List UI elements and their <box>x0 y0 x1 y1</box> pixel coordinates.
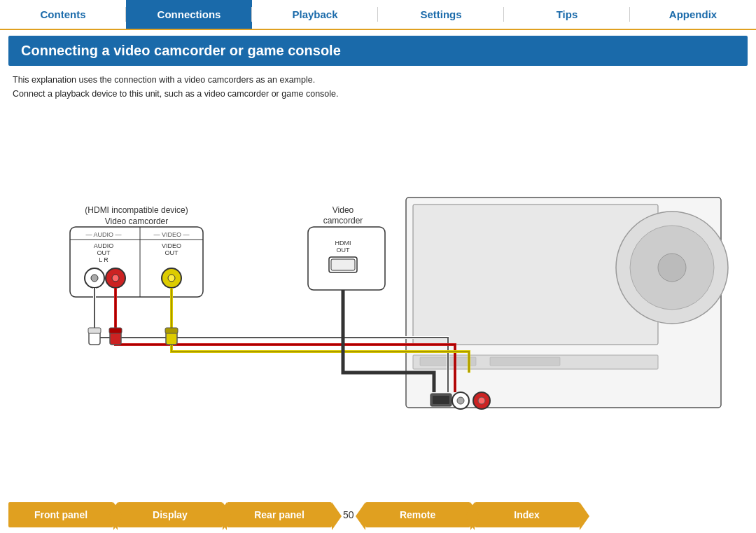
connector-audio-right-inner <box>112 275 119 282</box>
btn-display[interactable]: Display <box>118 502 223 527</box>
plug-yellow-1-head <box>165 328 178 333</box>
label-lr: L R <box>99 256 108 263</box>
page-description: This explanation uses the connection wit… <box>0 70 756 106</box>
tab-contents[interactable]: Contents <box>0 0 126 29</box>
tab-tips[interactable]: Tips <box>504 0 630 29</box>
btn-index[interactable]: Index <box>475 502 580 527</box>
label-audio-header: — AUDIO — <box>85 231 121 238</box>
main-connector-1-inner <box>457 397 464 404</box>
connector-video-inner <box>168 275 175 282</box>
label-hdmi-incompatible: (HDMI incompatible device) <box>85 205 188 215</box>
connector-audio-left-inner <box>91 275 98 282</box>
cable-audio-white-bg <box>94 288 448 392</box>
connection-diagram: (HDMI incompatible device) Video camcord… <box>0 106 756 415</box>
tab-connections[interactable]: Connections <box>126 0 252 29</box>
label-video-camcorder-left: Video camcorder <box>105 216 169 226</box>
speaker-center <box>658 254 686 282</box>
label-out-left: OUT <box>97 249 111 256</box>
label-video-out2: OUT <box>165 249 179 256</box>
diagram-area: (HDMI incompatible device) Video camcord… <box>0 106 756 415</box>
page-title: Connecting a video camcorder or game con… <box>8 36 748 66</box>
label-video-out: VIDEO <box>162 242 181 249</box>
top-navigation: Contents Connections Playback Settings T… <box>0 0 756 30</box>
label-hdmi: HDMI <box>335 240 351 247</box>
label-video-camcorder-right-1: Video <box>332 205 354 215</box>
btn-rear-panel[interactable]: Rear panel <box>227 502 332 527</box>
main-connector-2-inner <box>478 397 485 404</box>
description-line1: This explanation uses the connection wit… <box>13 73 743 87</box>
bottom-navigation: Front panel Display Rear panel 50 Remote… <box>0 497 756 533</box>
btn-front-panel[interactable]: Front panel <box>8 502 113 527</box>
hdmi-connector-inner <box>331 259 355 270</box>
btn-remote[interactable]: Remote <box>365 502 470 527</box>
tab-playback[interactable]: Playback <box>252 0 378 29</box>
label-video-camcorder-right-2: camcorder <box>323 216 363 226</box>
description-line2: Connect a playback device to this unit, … <box>13 87 743 101</box>
label-audio-out: AUDIO <box>94 242 114 249</box>
label-video-header: — VIDEO — <box>153 231 189 238</box>
plug-red-1-head <box>109 328 122 333</box>
plug-white-1-head <box>88 328 101 333</box>
front-panel-controls <box>490 357 560 366</box>
tab-appendix[interactable]: Appendix <box>630 0 756 29</box>
label-hdmi-out: OUT <box>337 247 351 254</box>
main-hdmi-port-inner <box>433 396 449 404</box>
tab-settings[interactable]: Settings <box>378 0 504 29</box>
cable-audio-white <box>94 288 448 392</box>
